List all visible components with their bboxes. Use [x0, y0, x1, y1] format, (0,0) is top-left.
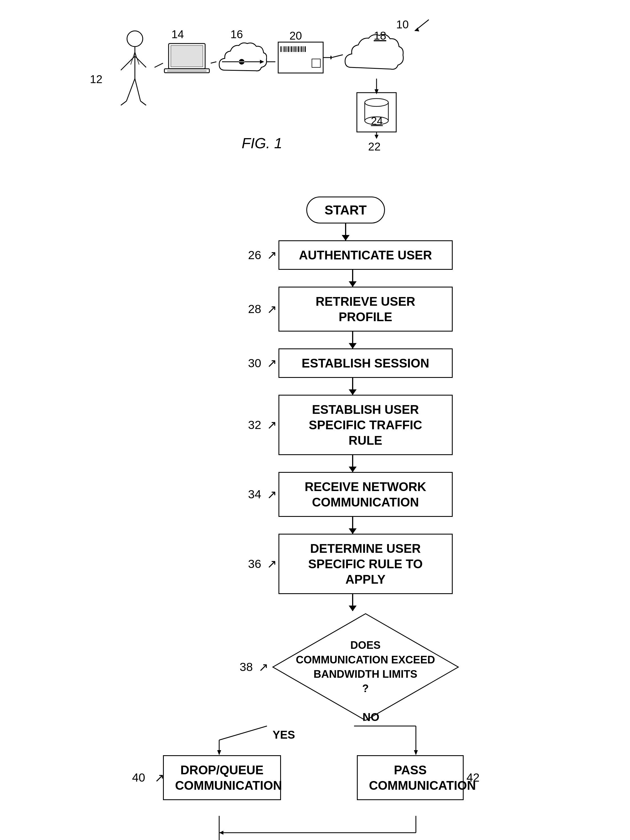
- fig1-label: FIG. 1: [242, 135, 282, 152]
- step-30-box: ESTABLISH SESSION: [279, 348, 453, 378]
- svg-line-7: [121, 101, 127, 105]
- ref-40: 40: [132, 771, 145, 785]
- server-figure: [275, 39, 332, 88]
- svg-point-2: [127, 31, 143, 47]
- step-28-box: RETRIEVE USER PROFILE: [279, 287, 453, 332]
- ref-18: 18: [374, 30, 386, 42]
- svg-marker-39: [331, 55, 332, 60]
- cloud-16: [216, 39, 267, 82]
- ref-30: 30: [239, 357, 267, 370]
- step-34-box: RECEIVE NETWORKCOMMUNICATION: [279, 472, 453, 517]
- arrow-start-to-26: [345, 223, 346, 240]
- arrow-36-to-38: [352, 594, 353, 611]
- ref-42: 42: [467, 771, 480, 785]
- step-34-row: 34 ↗ RECEIVE NETWORKCOMMUNICATION: [239, 472, 453, 517]
- step-32-box: ESTABLISH USERSPECIFIC TRAFFIC RULE: [279, 395, 453, 455]
- svg-line-6: [127, 79, 135, 101]
- arrow-32-to-34: [352, 455, 353, 472]
- svg-line-8: [135, 79, 141, 101]
- start-shape: START: [306, 197, 385, 223]
- step-40-row: 40 ↗ DROP/QUEUECOMMUNICATION: [163, 755, 281, 800]
- svg-text:NO: NO: [362, 711, 379, 723]
- arrow-30-to-32: [352, 378, 353, 395]
- arrow-26-to-28: [352, 270, 353, 287]
- fig1-diagram: 10 12 14: [79, 11, 528, 157]
- svg-line-48: [332, 55, 343, 58]
- ref-12: 12: [90, 73, 103, 85]
- svg-line-11: [135, 52, 139, 65]
- ref-28: 28: [239, 302, 267, 316]
- svg-line-46: [211, 62, 216, 63]
- svg-marker-64: [219, 831, 223, 835]
- step-40-box: DROP/QUEUECOMMUNICATION: [163, 755, 281, 800]
- svg-point-41: [365, 98, 388, 106]
- svg-marker-57: [217, 750, 221, 755]
- step-30-row: 30 ↗ ESTABLISH SESSION: [239, 348, 453, 378]
- step-42-box: PASSCOMMUNICATION: [357, 755, 464, 800]
- step-36-row: 36 ↗ DETERMINE USERSPECIFIC RULE TO APPL…: [239, 534, 453, 594]
- step-26-box: AUTHENTICATE USER: [279, 240, 453, 270]
- ref-16: 16: [230, 28, 243, 41]
- ref-26: 26: [239, 248, 267, 262]
- branch-area: YES NO: [163, 723, 528, 840]
- svg-line-55: [219, 726, 267, 740]
- step-28-row: 28 ↗ RETRIEVE USER PROFILE: [239, 287, 453, 332]
- step-38-diamond: DOESCOMMUNICATION EXCEEDBANDWIDTH LIMITS…: [270, 611, 461, 723]
- step-26-row: 26 ↗ AUTHENTICATE USER: [239, 240, 453, 270]
- person-figure: [115, 28, 155, 116]
- ref-36: 36: [239, 557, 267, 571]
- ref-34: 34: [239, 488, 267, 501]
- svg-line-9: [141, 101, 146, 105]
- svg-rect-13: [171, 46, 203, 67]
- step-32-row: 32 ↗ ESTABLISH USERSPECIFIC TRAFFIC RULE: [239, 395, 453, 455]
- step-42-row: PASSCOMMUNICATION 42: [357, 755, 480, 800]
- ref-32: 32: [239, 418, 267, 432]
- svg-line-45: [155, 63, 163, 67]
- svg-rect-14: [165, 69, 209, 73]
- svg-rect-37: [312, 59, 320, 67]
- ref-22: 22: [368, 141, 381, 153]
- ref-14: 14: [171, 28, 184, 41]
- arrow-28-to-30: [352, 332, 353, 348]
- ref-24: 24: [371, 115, 383, 127]
- database-figure: [354, 90, 399, 136]
- flowchart-main: START 26 ↗ AUTHENTICATE USER 28 ↗ RETRIE…: [163, 197, 528, 840]
- svg-line-10: [131, 52, 135, 65]
- arrow-34-to-36: [352, 517, 353, 534]
- svg-text:YES: YES: [272, 728, 295, 741]
- step-38-row: 38 ↗ DOESCOMMUNICATION EXCEEDBANDWIDTH L…: [230, 611, 461, 723]
- svg-marker-60: [414, 750, 418, 755]
- diamond-text: DOESCOMMUNICATION EXCEEDBANDWIDTH LIMITS…: [274, 638, 457, 696]
- ref-38: 38: [230, 660, 258, 674]
- step-36-box: DETERMINE USERSPECIFIC RULE TO APPLY: [279, 534, 453, 594]
- laptop-figure: [163, 42, 211, 85]
